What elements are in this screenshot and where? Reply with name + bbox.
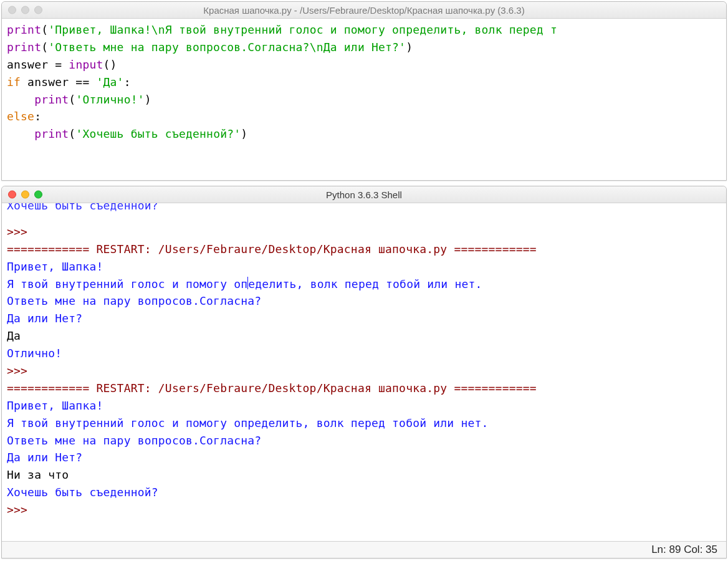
code-token: () [103,58,117,71]
editor-traffic-lights [2,6,42,14]
code-token [7,93,34,106]
code-token: else [7,110,34,123]
shell-traffic-lights [2,191,42,199]
code-token: 'Привет, Шапка!\nЯ твой внутренний голос… [48,23,557,36]
shell-line: Я твой внутренний голос и помогу оп [7,277,247,290]
code-token: print [34,127,69,140]
cursor-position: Ln: 89 Col: 35 [651,544,717,556]
shell-line: еделить, волк перед тобой или нет. [248,277,482,290]
code-token: print [7,41,41,54]
shell-line: Привет, Шапка! [7,260,103,273]
close-icon[interactable] [8,6,16,14]
close-icon[interactable] [8,191,16,199]
editor-code-area[interactable]: print('Привет, Шапка!\nЯ твой внутренний… [2,19,726,145]
shell-restart: ============ RESTART: /Users/Febraure/De… [7,381,537,395]
code-token: ( [69,93,75,106]
shell-line: Да или Нет? [7,451,82,464]
shell-title: Python 3.6.3 Shell [326,189,402,200]
shell-window[interactable]: Python 3.6.3 Shell Хочешь быть съеденной… [1,186,727,559]
shell-prompt: >>> [7,364,34,377]
code-token: ( [69,127,75,140]
code-token: ( [41,41,48,54]
code-token: answer = [7,58,69,71]
code-token: answer == [21,75,96,89]
shell-line: Хочешь быть съеденной? [7,486,158,499]
zoom-icon[interactable] [34,6,42,14]
shell-prompt: >>> [7,225,34,238]
shell-titlebar[interactable]: Python 3.6.3 Shell [2,186,726,203]
code-token: ) [145,93,151,106]
code-token: ) [406,41,413,54]
code-token: : [34,110,41,123]
shell-line: Ответь мне на пару вопросов.Согласна? [7,434,261,447]
shell-user-input: Да [7,329,21,342]
shell-line: Да или Нет? [7,312,82,325]
zoom-icon[interactable] [34,191,42,199]
code-token: print [7,23,41,36]
editor-title: Красная шапочка.py - /Users/Febraure/Des… [203,5,524,16]
editor-window[interactable]: Красная шапочка.py - /Users/Febraure/Des… [1,1,727,181]
code-token: input [69,58,103,71]
shell-user-input: Ни за что [7,468,69,481]
minimize-icon[interactable] [21,191,29,199]
code-token: ( [41,23,48,36]
code-token: ) [241,127,247,140]
code-token [7,127,34,140]
shell-line: Хочешь быть съеденной? [7,203,158,212]
code-token: 'Да' [96,75,123,89]
shell-line: Привет, Шапка! [7,399,103,412]
shell-output-area[interactable]: Хочешь быть съеденной? >>> ============ … [2,203,726,541]
code-token: print [34,93,69,106]
shell-statusbar: Ln: 89 Col: 35 [2,541,726,558]
code-token: : [124,75,131,89]
shell-prompt: >>> [7,503,34,516]
code-token: if [7,75,21,89]
code-token: 'Отлично!' [75,93,144,106]
code-token: 'Ответь мне на пару вопросов.Согласна?\n… [48,41,406,54]
shell-line: Я твой внутренний голос и помогу определ… [7,416,489,429]
minimize-icon[interactable] [21,6,29,14]
shell-line: Ответь мне на пару вопросов.Согласна? [7,294,261,307]
shell-restart: ============ RESTART: /Users/Febraure/De… [7,242,537,256]
shell-line: Отлично! [7,347,62,360]
editor-titlebar[interactable]: Красная шапочка.py - /Users/Febraure/Des… [2,2,726,19]
code-token: 'Хочешь быть съеденной?' [75,127,241,140]
